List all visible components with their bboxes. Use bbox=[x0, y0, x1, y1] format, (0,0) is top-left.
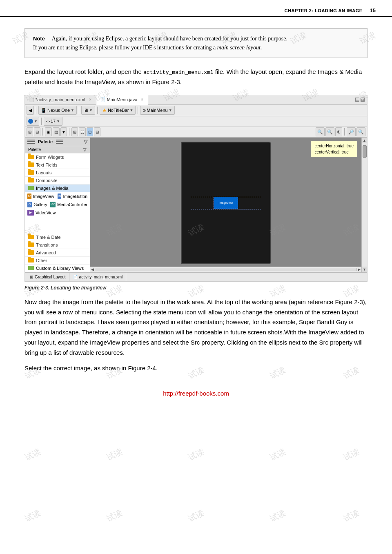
palette-item-transitions[interactable]: Transitions bbox=[25, 241, 90, 249]
watermark-37: 试读 bbox=[341, 507, 361, 524]
screen-icon-button[interactable]: 🖥 ▼ bbox=[81, 106, 95, 115]
horizontal-scrollbar[interactable]: ◀ ▶ bbox=[90, 267, 361, 272]
screen-dropdown-arrow: ▼ bbox=[89, 108, 93, 112]
scroll-track-h bbox=[95, 268, 357, 271]
palette-item-imageview[interactable]: IV ImageView IB ImageButton bbox=[25, 192, 90, 200]
watermark-29: 试读 bbox=[105, 446, 124, 463]
resize-icon: ⇔ bbox=[46, 119, 50, 124]
color-circle-button[interactable]: ▼ bbox=[27, 117, 39, 126]
watermark-35: 试读 bbox=[186, 507, 206, 524]
palette-subheader: Palette ▽ bbox=[25, 146, 90, 154]
toolbar-separator-7 bbox=[69, 128, 69, 136]
scroll-track-v bbox=[362, 143, 367, 267]
note-label: Note bbox=[33, 36, 45, 42]
palette-item-videoview[interactable]: ▶ VideoView bbox=[25, 209, 90, 217]
watermark-32: 试读 bbox=[341, 446, 361, 463]
images-media-icon bbox=[28, 186, 34, 190]
transitions-folder-icon bbox=[28, 243, 34, 247]
layouts-folder-icon bbox=[28, 170, 34, 175]
device-screen: ImageView bbox=[181, 142, 271, 264]
toolbar-separator-3 bbox=[97, 107, 98, 114]
zoom-100-button[interactable]: ① bbox=[335, 127, 342, 136]
layout-btn-2[interactable]: ⊟ bbox=[34, 127, 40, 136]
chapter-label: CHAPTER 2: Loading an Image bbox=[285, 8, 363, 13]
toolbar-separator-4 bbox=[138, 107, 138, 114]
scroll-left-arrow[interactable]: ◀ bbox=[91, 267, 94, 271]
layout-btn-dropdown[interactable]: ▼ bbox=[60, 127, 67, 136]
layout-btn-7[interactable]: ⊡ bbox=[87, 127, 93, 136]
imagebutton-label: ImageButton bbox=[63, 194, 87, 199]
palette-item-layouts[interactable]: Layouts bbox=[25, 169, 90, 177]
page-header: CHAPTER 2: Loading an Image 15 bbox=[0, 0, 392, 17]
body2-text2: ), you will see a row of menu icons. Sel… bbox=[24, 298, 367, 356]
palette-item-form-widgets[interactable]: Form Widgets bbox=[25, 154, 90, 161]
layout-btn-3[interactable]: ▣ bbox=[45, 127, 52, 136]
palette-line-3 bbox=[27, 143, 35, 144]
note-body2: If you are not using Eclipse, please fol… bbox=[33, 44, 217, 51]
body3-link[interactable]: 2-4 bbox=[147, 365, 156, 372]
java-file-icon: 📄 bbox=[100, 97, 105, 102]
bottom-tab-graphical[interactable]: ⊞ Graphical Layout bbox=[27, 273, 69, 281]
zoom-in-button[interactable]: 🔍 bbox=[325, 127, 334, 136]
graphical-layout-icon: ⊞ bbox=[30, 275, 33, 279]
time-date-folder-icon bbox=[28, 235, 34, 239]
note-body1: Again, if you are using Eclipse, a gener… bbox=[52, 36, 287, 42]
body2-text1: Now drag the image from the palette to t… bbox=[24, 298, 354, 305]
page-number: 15 bbox=[370, 7, 376, 13]
layout-btn-5[interactable]: ⊞ bbox=[71, 127, 78, 136]
palette-line-6 bbox=[56, 143, 63, 144]
watermark-31: 试读 bbox=[268, 446, 287, 463]
scroll-right-arrow[interactable]: ▶ bbox=[358, 267, 361, 271]
layout-btn-4[interactable]: ▤ bbox=[53, 127, 60, 136]
ide-tab-xml-close[interactable]: ✕ bbox=[89, 98, 92, 102]
palette-menu-icon bbox=[27, 140, 35, 144]
mainmenu-selector[interactable]: ⊙ MainMenu ▼ bbox=[140, 106, 174, 115]
imageview-selected[interactable]: ImageView bbox=[214, 197, 238, 209]
ide-tab-java[interactable]: 📄 MainMenu.java ✕ bbox=[96, 95, 149, 105]
figure-caption: Figure 2-3. Locating the ImageView bbox=[24, 285, 368, 291]
palette-line-1 bbox=[27, 140, 35, 140]
palette-item-time-date[interactable]: Time & Date bbox=[25, 234, 90, 241]
main-content: Note Again, if you are using Eclipse, a … bbox=[0, 17, 392, 418]
footer-link[interactable]: http://freepdf-books.com bbox=[163, 390, 229, 397]
palette-item-advanced[interactable]: Advanced bbox=[25, 249, 90, 257]
palette-item-other[interactable]: Other bbox=[25, 257, 90, 265]
vertical-scrollbar[interactable]: ▲ ▼ bbox=[361, 138, 367, 272]
zoom-actual-button[interactable]: 🔍 bbox=[356, 127, 365, 136]
ide-tab-java-close[interactable]: ✕ bbox=[140, 98, 144, 102]
palette-item-text-fields[interactable]: Text Fields bbox=[25, 161, 90, 169]
star-icon: ★ bbox=[102, 107, 107, 113]
zoom-fit-button[interactable]: 🔎 bbox=[347, 127, 356, 136]
scroll-up-arrow[interactable]: ▲ bbox=[363, 138, 366, 143]
minimize-button[interactable]: — bbox=[355, 98, 359, 102]
body-paragraph-2: Now drag the image from the palette to t… bbox=[24, 297, 368, 358]
ide-screenshot: ⬜ *activity_main_menu.xml ✕ 📄 MainMenu.j… bbox=[25, 95, 367, 281]
device-dropdown-arrow: ▼ bbox=[71, 108, 74, 112]
ide-tab-xml[interactable]: ⬜ *activity_main_menu.xml ✕ bbox=[25, 95, 96, 105]
body1-link[interactable]: 2-3 bbox=[171, 78, 180, 85]
palette-item-composite[interactable]: Composite bbox=[25, 177, 90, 185]
device-selector[interactable]: 📱 Nexus One ▼ bbox=[38, 106, 77, 115]
palette-item-custom-library[interactable]: Custom & Library Views bbox=[25, 265, 90, 272]
body1-code: activity_main_menu.xml bbox=[143, 69, 214, 76]
palette-item-gallery[interactable]: G Gallery MC MediaController bbox=[25, 200, 90, 209]
layout-btn-6[interactable]: ☷ bbox=[79, 127, 86, 136]
scroll-thumb[interactable] bbox=[363, 145, 367, 158]
layout-btn-1[interactable]: ⊞ bbox=[27, 127, 33, 136]
layout-btn-8[interactable]: ⊟ bbox=[94, 127, 100, 136]
back-arrow-button[interactable]: ◀ bbox=[27, 106, 34, 115]
zoom-out-button[interactable]: 🔍 bbox=[316, 127, 325, 136]
maximize-button[interactable]: □ bbox=[361, 98, 365, 102]
ide-window-controls: — □ bbox=[353, 95, 367, 105]
notitlebar-selector[interactable]: ★ NoTitleBar ▼ bbox=[100, 106, 136, 115]
prop-line-1: centerHorizontal: true bbox=[314, 143, 354, 149]
imageview-icon: IV bbox=[27, 194, 31, 199]
palette-collapse-arrow[interactable]: ▽ bbox=[84, 139, 87, 145]
body2-link[interactable]: 2-3 bbox=[354, 298, 363, 305]
palette-sub-label: Palette bbox=[28, 147, 41, 152]
bottom-tab-xml[interactable]: 📄 activity_main_menu.xml bbox=[69, 273, 127, 281]
palette-item-images-media[interactable]: Images & Media bbox=[25, 185, 90, 192]
scroll-down-arrow[interactable]: ▼ bbox=[363, 267, 366, 272]
gallery-label: Gallery bbox=[33, 202, 47, 207]
size-selector[interactable]: ⇔ 17 ▼ bbox=[44, 117, 62, 126]
